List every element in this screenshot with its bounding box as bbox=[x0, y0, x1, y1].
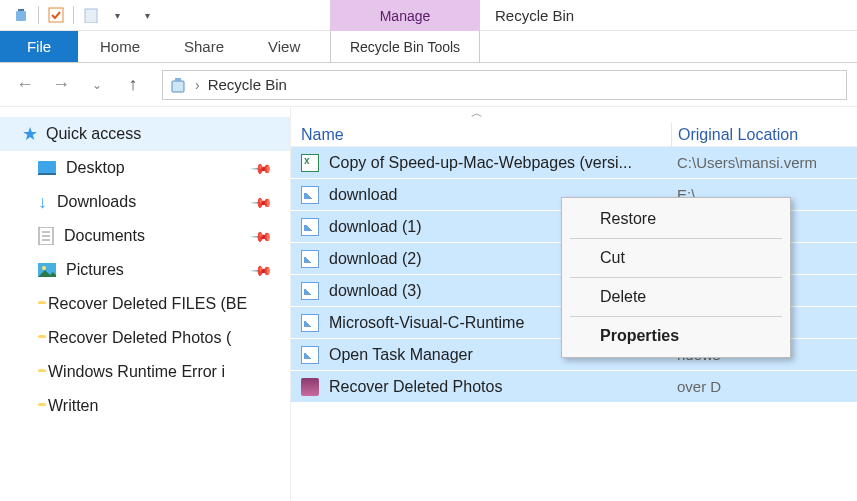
tab-recycle-bin-tools[interactable]: Recycle Bin Tools bbox=[330, 31, 480, 63]
svg-rect-3 bbox=[85, 9, 97, 23]
svg-rect-5 bbox=[175, 78, 181, 81]
downloads-icon: ↓ bbox=[38, 192, 47, 213]
image-file-icon bbox=[301, 314, 319, 332]
sidebar-item-downloads[interactable]: ↓Downloads📌 bbox=[0, 185, 290, 219]
up-button[interactable]: ↑ bbox=[118, 70, 148, 100]
sidebar-item-desktop[interactable]: Desktop📌 bbox=[0, 151, 290, 185]
recycle-bin-icon bbox=[12, 6, 30, 24]
qat-divider bbox=[38, 6, 39, 24]
tab-view[interactable]: View bbox=[246, 31, 322, 62]
excel-file-icon bbox=[301, 154, 319, 172]
context-menu-delete[interactable]: Delete bbox=[562, 280, 790, 314]
window-title: Recycle Bin bbox=[495, 0, 574, 31]
image-file-icon bbox=[301, 250, 319, 268]
pin-icon: 📌 bbox=[250, 156, 273, 179]
forward-button[interactable]: → bbox=[46, 70, 76, 100]
context-menu-cut[interactable]: Cut bbox=[562, 241, 790, 275]
archive-file-icon bbox=[301, 378, 319, 396]
desktop-icon bbox=[38, 161, 56, 175]
recycle-bin-icon bbox=[169, 76, 187, 94]
file-row[interactable]: Copy of Speed-up-Mac-Webpages (versi...C… bbox=[291, 147, 857, 179]
svg-point-13 bbox=[42, 266, 46, 270]
sidebar-item-written[interactable]: Written bbox=[0, 389, 290, 423]
image-file-icon bbox=[301, 346, 319, 364]
file-name: download (1) bbox=[329, 218, 422, 236]
quick-access-toolbar: ▾ ▾ bbox=[0, 0, 156, 30]
file-name: download (3) bbox=[329, 282, 422, 300]
context-menu: RestoreCutDeleteProperties bbox=[561, 197, 791, 358]
qat-divider bbox=[73, 6, 74, 24]
sidebar-item-recover-deleted-files-be[interactable]: Recover Deleted FILES (BE bbox=[0, 287, 290, 321]
collapse-chevron-icon[interactable]: ︿ bbox=[471, 105, 483, 122]
pin-icon: 📌 bbox=[250, 190, 273, 213]
quick-access-label: Quick access bbox=[46, 125, 141, 143]
sidebar-item-label: Desktop bbox=[66, 159, 125, 177]
context-menu-separator bbox=[570, 277, 782, 278]
back-button[interactable]: ← bbox=[10, 70, 40, 100]
file-name: Microsoft-Visual-C-Runtime bbox=[329, 314, 524, 332]
column-header-original-location[interactable]: Original Location bbox=[671, 123, 798, 147]
sidebar-item-label: Windows Runtime Error i bbox=[48, 363, 225, 381]
ribbon-tabs: File Home Share View Recycle Bin Tools bbox=[0, 31, 857, 63]
svg-rect-7 bbox=[38, 173, 56, 175]
image-file-icon bbox=[301, 218, 319, 236]
address-bar[interactable]: › Recycle Bin bbox=[162, 70, 847, 100]
qat-dropdown-icon[interactable]: ▾ bbox=[108, 6, 126, 24]
tab-home[interactable]: Home bbox=[78, 31, 162, 62]
context-menu-separator bbox=[570, 316, 782, 317]
file-original-location: over D bbox=[671, 378, 721, 395]
recent-locations-dropdown[interactable]: ⌄ bbox=[82, 70, 112, 100]
column-headers: ︿ Name Original Location bbox=[291, 107, 857, 147]
file-name: Copy of Speed-up-Mac-Webpages (versi... bbox=[329, 154, 632, 172]
column-header-name[interactable]: Name bbox=[291, 126, 671, 144]
sidebar-item-pictures[interactable]: Pictures📌 bbox=[0, 253, 290, 287]
context-menu-properties[interactable]: Properties bbox=[562, 319, 790, 353]
new-folder-qat-icon[interactable] bbox=[82, 6, 100, 24]
documents-icon bbox=[38, 227, 54, 245]
sidebar-item-windows-runtime-error-i[interactable]: Windows Runtime Error i bbox=[0, 355, 290, 389]
file-list-pane: ︿ Name Original Location Copy of Speed-u… bbox=[290, 107, 857, 501]
breadcrumb-separator-icon[interactable]: › bbox=[195, 77, 200, 93]
sidebar-item-label: Downloads bbox=[57, 193, 136, 211]
image-file-icon bbox=[301, 186, 319, 204]
sidebar-item-documents[interactable]: Documents📌 bbox=[0, 219, 290, 253]
svg-rect-4 bbox=[172, 81, 184, 92]
qat-customize-icon[interactable]: ▾ bbox=[138, 6, 156, 24]
image-file-icon bbox=[301, 282, 319, 300]
svg-rect-2 bbox=[49, 8, 63, 22]
file-original-location: C:\Users\mansi.verm bbox=[671, 154, 817, 171]
file-name: download (2) bbox=[329, 250, 422, 268]
svg-rect-6 bbox=[38, 161, 56, 173]
properties-qat-icon[interactable] bbox=[47, 6, 65, 24]
sidebar-item-label: Written bbox=[48, 397, 98, 415]
navigation-pane: ★ Quick access Desktop📌↓Downloads📌Docume… bbox=[0, 107, 290, 501]
file-tab[interactable]: File bbox=[0, 31, 78, 62]
sidebar-item-label: Recover Deleted Photos ( bbox=[48, 329, 231, 347]
sidebar-item-recover-deleted-photos[interactable]: Recover Deleted Photos ( bbox=[0, 321, 290, 355]
breadcrumb[interactable]: Recycle Bin bbox=[208, 76, 287, 93]
file-name: Recover Deleted Photos bbox=[329, 378, 502, 396]
pictures-icon bbox=[38, 263, 56, 277]
sidebar-item-label: Documents bbox=[64, 227, 145, 245]
file-row[interactable]: Recover Deleted Photosover D bbox=[291, 371, 857, 403]
tab-share[interactable]: Share bbox=[162, 31, 246, 62]
star-icon: ★ bbox=[22, 123, 38, 145]
pin-icon: 📌 bbox=[250, 258, 273, 281]
explorer-body: ★ Quick access Desktop📌↓Downloads📌Docume… bbox=[0, 107, 857, 501]
contextual-tab-header: Manage bbox=[330, 0, 480, 31]
pin-icon: 📌 bbox=[250, 224, 273, 247]
sidebar-item-label: Pictures bbox=[66, 261, 124, 279]
title-bar: ▾ ▾ Manage Recycle Bin bbox=[0, 0, 857, 31]
sidebar-item-label: Recover Deleted FILES (BE bbox=[48, 295, 247, 313]
svg-rect-0 bbox=[16, 11, 26, 21]
file-name: Open Task Manager bbox=[329, 346, 473, 364]
file-name: download bbox=[329, 186, 398, 204]
context-menu-separator bbox=[570, 238, 782, 239]
quick-access-header[interactable]: ★ Quick access bbox=[0, 117, 290, 151]
svg-rect-1 bbox=[18, 9, 24, 11]
navigation-bar: ← → ⌄ ↑ › Recycle Bin bbox=[0, 63, 857, 107]
context-menu-restore[interactable]: Restore bbox=[562, 202, 790, 236]
